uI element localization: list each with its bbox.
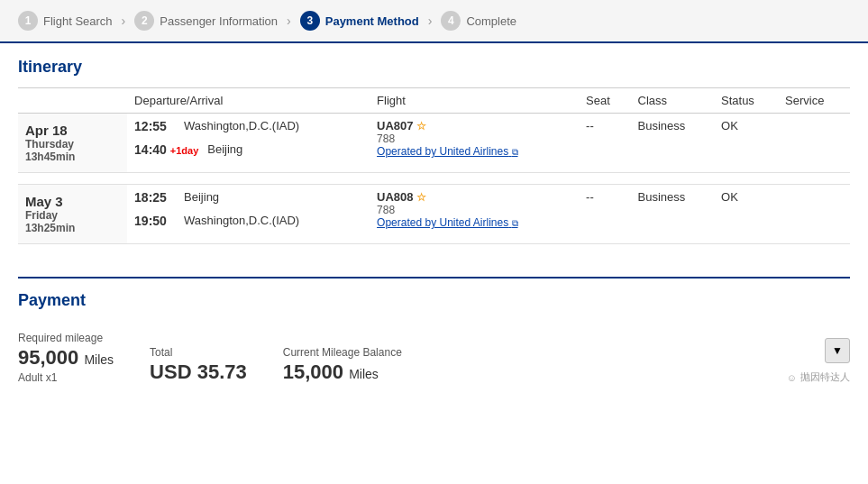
flight-2-dep-time: 18:25 xyxy=(134,190,175,205)
flight-1-departure: 12:55 Washington,D.C.(IAD) 14:40 +1day B… xyxy=(127,114,370,173)
step-arrow-2: › xyxy=(287,14,291,28)
watermark: ☺ 抛因特达人 xyxy=(787,370,850,384)
col-status: Status xyxy=(714,88,778,114)
flight-2-class: Business xyxy=(631,185,714,244)
flight-2-arr-loc: Washington,D.C.(IAD) xyxy=(184,214,299,227)
required-mileage-value: 95,000 Miles xyxy=(18,346,114,370)
payment-section: Payment Required mileage 95,000 Miles Ad… xyxy=(0,291,868,402)
flight-1-offset: +1day xyxy=(170,145,199,156)
current-balance-col: Current Mileage Balance 15,000 Miles xyxy=(283,346,402,384)
flight-2-date-cell: May 3 Friday 13h25min xyxy=(18,185,127,244)
required-mileage-col: Required mileage 95,000 Miles Adult x1 xyxy=(18,332,114,384)
required-mileage-label: Required mileage xyxy=(18,332,114,344)
flight-2-aircraft: 788 xyxy=(377,204,571,216)
table-row: Apr 18 Thursday 13h45min 12:55 Washingto… xyxy=(18,114,850,173)
flight-2-service xyxy=(778,185,850,244)
star-icon: ☆ xyxy=(416,120,426,132)
total-label: Total xyxy=(150,346,247,359)
external-link-icon: ⧉ xyxy=(512,147,518,157)
itinerary-title: Itinerary xyxy=(18,58,850,77)
step-2-num: 2 xyxy=(134,11,154,31)
flight-1-seat: -- xyxy=(579,114,631,173)
step-arrow-3: › xyxy=(428,14,433,28)
step-1-num: 1 xyxy=(18,11,38,31)
flight-1-status: OK xyxy=(714,114,778,173)
star-icon-2: ☆ xyxy=(416,191,426,204)
payment-grid: Required mileage 95,000 Miles Adult x1 T… xyxy=(18,332,402,384)
section-separator xyxy=(18,277,850,279)
step-bar: 1 Flight Search › 2 Passenger Informatio… xyxy=(0,0,868,43)
itinerary-section: Itinerary Departure/Arrival Flight Seat … xyxy=(0,43,868,277)
adult-info: Adult x1 xyxy=(18,371,114,384)
col-date xyxy=(18,88,127,114)
current-balance-value: 15,000 Miles xyxy=(283,361,402,384)
flight-1-arr-time: 14:40 +1day xyxy=(134,142,198,157)
flight-2-seat: -- xyxy=(579,185,631,244)
spacer-row xyxy=(18,173,850,185)
flight-2-num: UA808 ☆ xyxy=(377,190,571,204)
col-service: Service xyxy=(778,88,850,114)
flight-2-flight-info: UA808 ☆ 788 Operated by United Airlines … xyxy=(370,185,579,244)
flight-1-dep-time: 12:55 xyxy=(134,119,175,133)
flight-1-aircraft: 788 xyxy=(377,132,571,145)
flight-2-duration: 13h25min xyxy=(25,222,120,234)
flight-1-duration: 13h45min xyxy=(25,151,120,163)
step-3-num: 3 xyxy=(300,11,320,31)
flight-2-status: OK xyxy=(714,185,778,244)
payment-title: Payment xyxy=(18,291,850,310)
step-4[interactable]: 4 Complete xyxy=(434,7,524,34)
flight-2-dep-loc: Beijing xyxy=(184,190,219,204)
col-flight: Flight xyxy=(370,88,579,114)
flight-2-date: May 3 xyxy=(25,194,120,209)
itinerary-table: Departure/Arrival Flight Seat Class Stat… xyxy=(18,87,850,244)
step-4-num: 4 xyxy=(441,11,461,31)
step-2-label: Passenger Information xyxy=(160,14,278,28)
col-seat: Seat xyxy=(579,88,631,114)
step-2[interactable]: 2 Passenger Information xyxy=(127,7,285,34)
flight-1-date-cell: Apr 18 Thursday 13h45min xyxy=(18,114,127,173)
watermark-icon: ☺ xyxy=(787,372,797,383)
col-class: Class xyxy=(631,88,714,114)
total-col: Total USD 35.73 xyxy=(150,346,247,384)
flight-1-operated[interactable]: Operated by United Airlines ⧉ xyxy=(377,145,571,158)
external-link-icon-2: ⧉ xyxy=(512,218,518,228)
dropdown-button[interactable]: ▼ xyxy=(825,338,850,363)
step-arrow-1: › xyxy=(122,14,126,28)
step-1-label: Flight Search xyxy=(43,14,113,28)
current-balance-label: Current Mileage Balance xyxy=(283,346,402,359)
flight-1-service xyxy=(778,114,850,173)
step-1[interactable]: 1 Flight Search xyxy=(11,7,120,34)
flight-2-arr-time: 19:50 xyxy=(134,214,175,228)
flight-2-departure: 18:25 Beijing 19:50 Washington,D.C.(IAD) xyxy=(127,185,370,244)
flight-1-day: Thursday xyxy=(25,138,120,151)
table-row: May 3 Friday 13h25min 18:25 Beijing 19:5… xyxy=(18,185,850,244)
current-balance-unit: Miles xyxy=(349,367,379,381)
col-departure: Departure/Arrival xyxy=(127,88,370,114)
flight-2-day: Friday xyxy=(25,209,120,222)
step-4-label: Complete xyxy=(466,14,516,28)
table-header: Departure/Arrival Flight Seat Class Stat… xyxy=(18,88,850,114)
step-3[interactable]: 3 Payment Method xyxy=(293,7,426,34)
total-value: USD 35.73 xyxy=(150,361,247,384)
step-3-label: Payment Method xyxy=(325,14,419,28)
flight-1-dep-loc: Washington,D.C.(IAD) xyxy=(184,119,299,132)
required-mileage-unit: Miles xyxy=(84,352,114,367)
flight-1-num: UA807 ☆ xyxy=(377,119,571,132)
flight-1-flight-info: UA807 ☆ 788 Operated by United Airlines … xyxy=(370,114,579,173)
payment-bottom-row: Required mileage 95,000 Miles Adult x1 T… xyxy=(18,321,850,384)
flight-2-operated[interactable]: Operated by United Airlines ⧉ xyxy=(377,216,571,229)
flight-1-arr-loc: Beijing xyxy=(207,142,242,156)
flight-1-class: Business xyxy=(631,114,714,173)
flight-1-date: Apr 18 xyxy=(25,123,120,138)
